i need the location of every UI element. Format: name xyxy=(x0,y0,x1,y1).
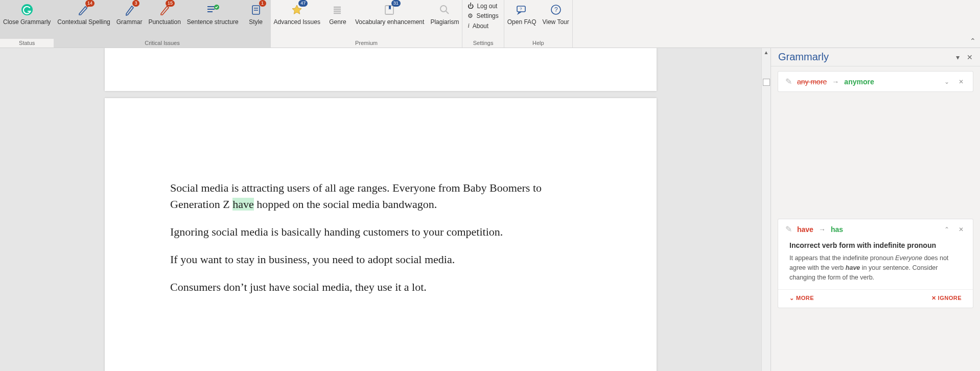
suggestion-to[interactable]: anymore xyxy=(844,78,874,86)
label: Advanced Issues xyxy=(274,18,320,26)
page-fragment-top xyxy=(105,48,657,91)
svg-text:?: ? xyxy=(554,6,558,13)
close-grammarly-label: Close Grammarly xyxy=(3,18,51,26)
suggestion-from: any more xyxy=(797,78,827,86)
group-label-status: Status xyxy=(0,39,54,48)
suggestion-card-expanded[interactable]: ✎ have → has ⌃ ✕ Incorrect verb form wit… xyxy=(778,219,973,308)
plagiarism-button[interactable]: Plagiarism xyxy=(427,0,462,39)
pencil-icon: 15 xyxy=(158,2,171,17)
arrow-icon: → xyxy=(832,78,839,86)
label: Punctuation xyxy=(148,18,180,26)
svg-text:?: ? xyxy=(520,7,522,11)
label: Style xyxy=(249,18,263,26)
contextual-spelling-button[interactable]: 14 Contextual Spelling xyxy=(54,0,113,39)
ignore-button[interactable]: IGNORE xyxy=(931,295,962,302)
panel-dropdown-button[interactable]: ▾ xyxy=(956,53,960,61)
badge: 14 xyxy=(85,0,95,7)
book-bookmark-icon: 31 xyxy=(383,2,396,17)
label: View Tour xyxy=(542,18,569,26)
dismiss-button[interactable]: ✕ xyxy=(956,226,966,233)
vocabulary-button[interactable]: 31 Vocabulary enhancement xyxy=(352,0,427,39)
panel-body: ✎ any more → anymore ⌄ ✕ ✎ have → has xyxy=(771,66,980,371)
paragraph[interactable]: Consumers don’t just have social media, … xyxy=(170,279,591,295)
grammarly-icon xyxy=(21,2,33,17)
label: Vocabulary enhancement xyxy=(355,18,424,26)
ribbon-group-premium: 47 Advanced Issues Genre 31 Vocabulary e… xyxy=(271,0,463,48)
document-area[interactable]: Social media is attracting users of all … xyxy=(0,48,761,371)
info-icon: i xyxy=(468,22,469,30)
label: Genre xyxy=(329,18,346,26)
suggestion-type-icon: ✎ xyxy=(785,224,792,234)
label: Sentence structure xyxy=(187,18,239,26)
collapse-button[interactable]: ⌃ xyxy=(942,226,951,233)
group-label-critical: Critical Issues xyxy=(54,39,270,48)
suggestion-type-icon: ✎ xyxy=(785,77,792,86)
paragraph-check-icon xyxy=(206,2,219,17)
view-tour-button[interactable]: ? View Tour xyxy=(539,0,572,39)
badge: 1 xyxy=(259,0,266,7)
suggestion-to[interactable]: has xyxy=(831,225,843,234)
suggestion-explanation: It appears that the indefinite pronoun E… xyxy=(789,253,962,282)
ribbon-group-critical: 14 Contextual Spelling 3 Grammar 15 Punc… xyxy=(54,0,270,48)
sentence-structure-button[interactable]: Sentence structure xyxy=(184,0,242,39)
grammarly-panel: Grammarly ▾ ✕ ✎ any more → anymore ⌄ ✕ xyxy=(771,48,980,371)
workspace: Social media is attracting users of all … xyxy=(0,48,980,371)
power-icon: ⏻ xyxy=(468,3,474,10)
paragraph[interactable]: Ignoring social media is basically handi… xyxy=(170,224,591,240)
fountain-pen-icon: 3 xyxy=(123,2,135,17)
badge: 15 xyxy=(166,0,175,7)
settings-button[interactable]: ⚙Settings xyxy=(468,12,498,20)
group-label-premium: Premium xyxy=(271,39,462,48)
paragraph[interactable]: Social media is attracting users of all … xyxy=(170,180,591,213)
expand-button[interactable]: ⌄ xyxy=(942,78,951,85)
ribbon-group-help: ? Open FAQ ? View Tour Help xyxy=(504,0,573,48)
advanced-issues-button[interactable]: 47 Advanced Issues xyxy=(271,0,323,39)
badge: 47 xyxy=(298,0,308,7)
label: Plagiarism xyxy=(430,18,459,26)
punctuation-button[interactable]: 15 Punctuation xyxy=(145,0,183,39)
group-label-settings: Settings xyxy=(462,39,503,48)
ribbon-group-settings: ⏻Log out ⚙Settings iAbout Settings xyxy=(462,0,504,48)
badge: 31 xyxy=(391,0,401,7)
paragraph[interactable]: If you want to stay in business, you nee… xyxy=(170,251,591,268)
grammar-button[interactable]: 3 Grammar xyxy=(113,0,146,39)
group-label-help: Help xyxy=(504,39,572,48)
stack-icon xyxy=(332,2,344,17)
star-icon: 47 xyxy=(290,2,304,17)
ribbon: Close Grammarly Status 14 Contextual Spe… xyxy=(0,0,980,48)
collapse-ribbon-button[interactable]: ⌃ xyxy=(970,37,976,45)
pen-check-icon: 14 xyxy=(77,2,90,17)
scroll-split-handle[interactable] xyxy=(763,79,770,86)
highlighted-word[interactable]: have xyxy=(232,198,254,211)
genre-button[interactable]: Genre xyxy=(323,0,352,39)
svg-point-4 xyxy=(440,6,447,12)
scroll-icon: 1 xyxy=(250,2,262,17)
magnifier-icon xyxy=(438,2,451,17)
more-button[interactable]: MORE xyxy=(789,295,814,302)
sliders-icon: ⚙ xyxy=(468,12,473,19)
suggestion-from: have xyxy=(797,225,813,234)
help-circle-icon: ? xyxy=(550,2,562,17)
panel-title: Grammarly xyxy=(778,51,829,63)
style-button[interactable]: 1 Style xyxy=(242,0,270,39)
dismiss-button[interactable]: ✕ xyxy=(956,78,966,85)
vertical-scrollbar[interactable]: ▲ xyxy=(761,48,771,371)
panel-header: Grammarly ▾ ✕ xyxy=(771,48,980,66)
about-button[interactable]: iAbout xyxy=(468,21,498,30)
suggestion-title: Incorrect verb form with indefinite pron… xyxy=(789,241,962,249)
ribbon-group-status: Close Grammarly Status xyxy=(0,0,54,48)
badge: 3 xyxy=(132,0,139,7)
scroll-up-button[interactable]: ▲ xyxy=(762,48,771,57)
open-faq-button[interactable]: ? Open FAQ xyxy=(504,0,540,39)
close-grammarly-button[interactable]: Close Grammarly xyxy=(0,0,54,39)
arrow-icon: → xyxy=(819,225,826,234)
chat-faq-icon: ? xyxy=(516,2,528,17)
panel-close-button[interactable]: ✕ xyxy=(967,53,973,61)
suggestion-card[interactable]: ✎ any more → anymore ⌄ ✕ xyxy=(778,72,973,91)
logout-button[interactable]: ⏻Log out xyxy=(468,2,498,10)
label: Grammar xyxy=(116,18,143,26)
label: Contextual Spelling xyxy=(57,18,110,26)
label: Open FAQ xyxy=(507,18,536,26)
document-page[interactable]: Social media is attracting users of all … xyxy=(105,98,657,371)
